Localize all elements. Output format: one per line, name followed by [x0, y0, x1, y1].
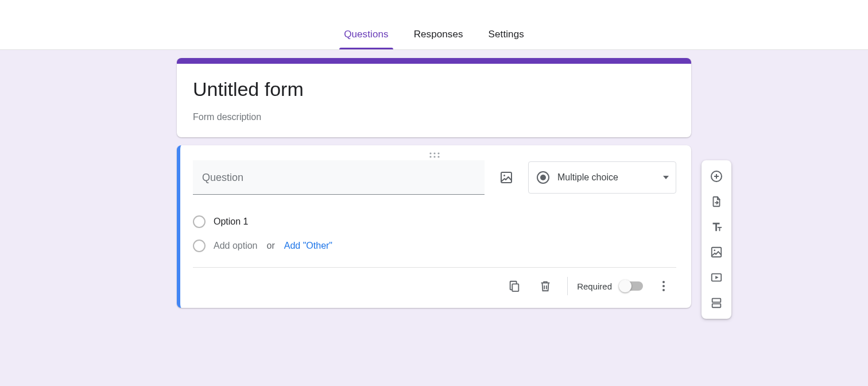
form-canvas: Untitled form Form description	[0, 50, 868, 386]
duplicate-button[interactable]	[502, 273, 527, 299]
tabs: Questions Responses Settings	[339, 22, 529, 49]
add-other-button[interactable]: Add "Other"	[284, 241, 332, 251]
svg-point-3	[429, 156, 431, 158]
add-image-button[interactable]	[495, 166, 518, 189]
delete-button[interactable]	[533, 273, 558, 299]
svg-point-0	[429, 153, 431, 155]
add-option-text[interactable]: Add option	[214, 241, 258, 251]
tab-responses[interactable]: Responses	[409, 22, 468, 49]
question-type-selector[interactable]: Multiple choice	[528, 161, 676, 194]
question-card: Multiple choice Option 1 Add option or A…	[177, 145, 691, 308]
form-title[interactable]: Untitled form	[193, 76, 675, 102]
tabs-bar: Questions Responses Settings	[0, 0, 868, 50]
svg-rect-6	[501, 172, 512, 183]
svg-point-7	[503, 175, 505, 176]
divider	[567, 277, 568, 295]
svg-point-9	[662, 281, 665, 283]
more-options-button[interactable]	[651, 273, 676, 299]
add-video-button[interactable]	[704, 265, 729, 290]
option-label[interactable]: Option 1	[214, 217, 248, 227]
option-row: Option 1	[193, 210, 676, 234]
svg-rect-13	[712, 248, 722, 257]
required-toggle[interactable]	[620, 281, 643, 291]
add-image-button-toolbar[interactable]	[704, 240, 729, 265]
caret-down-icon	[663, 176, 669, 179]
svg-rect-8	[512, 284, 518, 292]
svg-point-1	[433, 153, 435, 155]
add-option-row: Add option or Add "Other"	[193, 234, 676, 267]
svg-point-4	[433, 156, 435, 158]
svg-point-11	[662, 289, 665, 291]
svg-point-5	[437, 156, 439, 158]
tab-questions[interactable]: Questions	[339, 22, 393, 49]
question-title-field[interactable]	[193, 160, 485, 195]
side-toolbar	[702, 160, 731, 319]
svg-rect-17	[712, 304, 721, 307]
radio-icon	[537, 171, 549, 184]
import-questions-button[interactable]	[704, 189, 729, 214]
required-label: Required	[577, 281, 612, 291]
form-description[interactable]: Form description	[193, 112, 675, 122]
drag-handle-icon[interactable]	[193, 151, 676, 160]
svg-point-14	[714, 249, 715, 251]
question-footer: Required	[193, 267, 676, 308]
question-type-label: Multiple choice	[557, 172, 663, 183]
svg-point-10	[662, 285, 665, 287]
or-text: or	[267, 241, 275, 251]
add-title-button[interactable]	[704, 214, 729, 240]
tab-settings[interactable]: Settings	[484, 22, 529, 49]
svg-point-2	[437, 153, 439, 155]
form-header-card[interactable]: Untitled form Form description	[177, 58, 691, 137]
radio-empty-icon	[193, 240, 206, 252]
add-section-button[interactable]	[704, 290, 729, 315]
svg-rect-16	[712, 299, 721, 302]
question-title-input[interactable]	[202, 172, 475, 184]
add-question-button[interactable]	[704, 164, 729, 189]
radio-empty-icon	[193, 215, 206, 228]
